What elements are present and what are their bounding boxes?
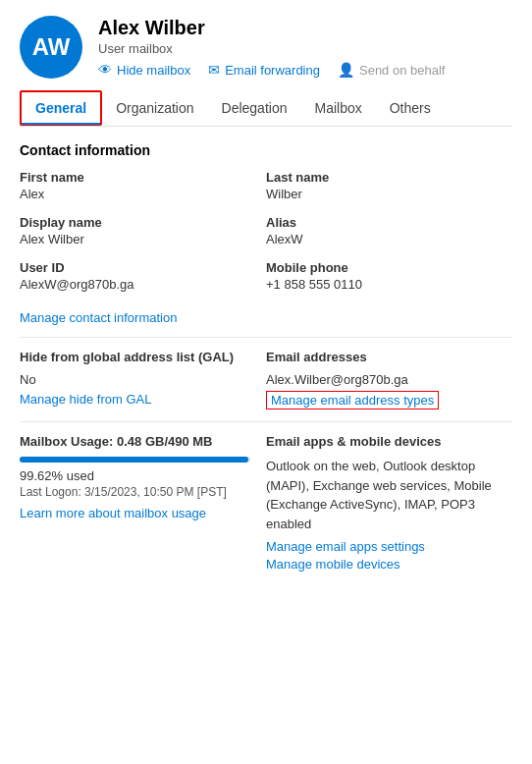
- tab-organization[interactable]: Organization: [102, 90, 207, 126]
- email-apps-col: Email apps & mobile devices Outlook on t…: [266, 434, 512, 572]
- user-header: AW Alex Wilber User mailbox 👁 Hide mailb…: [20, 16, 512, 79]
- tab-mailbox[interactable]: Mailbox: [300, 90, 375, 126]
- send-on-behalf-icon: 👤: [338, 62, 354, 78]
- hide-mailbox-icon: 👁: [98, 62, 112, 78]
- usage-bar-fill: [20, 457, 248, 463]
- divider-1: [20, 337, 512, 338]
- email-forwarding-action[interactable]: ✉ Email forwarding: [208, 62, 320, 78]
- email-addresses-label: Email addresses: [266, 350, 512, 364]
- gal-value: No: [20, 372, 250, 387]
- field-user-id: User ID AlexW@org870b.ga: [20, 260, 266, 292]
- field-display-name: Display name Alex Wilber: [20, 215, 266, 246]
- user-subtitle: User mailbox: [98, 41, 445, 56]
- manage-hide-from-gal-link[interactable]: Manage hide from GAL: [20, 392, 151, 407]
- mailbox-usage-col: Mailbox Usage: 0.48 GB/490 MB 99.62% use…: [20, 434, 266, 572]
- email-forwarding-icon: ✉: [208, 62, 220, 78]
- header-actions: 👁 Hide mailbox ✉ Email forwarding 👤 Send…: [98, 62, 445, 78]
- hide-mailbox-action[interactable]: 👁 Hide mailbox: [98, 62, 190, 78]
- avatar: AW: [20, 16, 82, 79]
- header-info: Alex Wilber User mailbox 👁 Hide mailbox …: [98, 17, 445, 78]
- contact-section-title: Contact information: [20, 142, 512, 158]
- usage-bar-bg: [20, 457, 250, 463]
- tab-general[interactable]: General: [20, 90, 102, 126]
- tab-bar: General Organization Delegation Mailbox …: [20, 90, 512, 127]
- email-apps-description: Outlook on the web, Outlook desktop (MAP…: [266, 457, 512, 533]
- contact-fields-grid: First name Alex Last name Wilber Display…: [20, 170, 512, 305]
- mailbox-email-apps-section: Mailbox Usage: 0.48 GB/490 MB 99.62% use…: [20, 434, 512, 572]
- gal-col: Hide from global address list (GAL) No M…: [20, 350, 266, 409]
- mailbox-percent: 99.62% used: [20, 468, 250, 483]
- tab-others[interactable]: Others: [376, 90, 445, 126]
- mailbox-usage-title: Mailbox Usage: 0.48 GB/490 MB: [20, 434, 250, 449]
- manage-contact-info-link[interactable]: Manage contact information: [20, 310, 177, 325]
- manage-email-address-types-link[interactable]: Manage email address types: [266, 391, 439, 409]
- email-addresses-value: Alex.Wilber@org870b.ga: [266, 372, 512, 387]
- learn-more-mailbox-link[interactable]: Learn more about mailbox usage: [20, 506, 206, 520]
- gal-label: Hide from global address list (GAL): [20, 350, 250, 364]
- field-last-name: Last name Wilber: [266, 170, 512, 201]
- tab-delegation[interactable]: Delegation: [208, 90, 301, 126]
- manage-email-apps-settings-link[interactable]: Manage email apps settings: [266, 539, 512, 554]
- user-name: Alex Wilber: [98, 17, 445, 39]
- field-first-name: First name Alex: [20, 170, 266, 201]
- contact-section: Contact information First name Alex Last…: [20, 142, 512, 325]
- email-apps-title: Email apps & mobile devices: [266, 434, 512, 449]
- email-addresses-col: Email addresses Alex.Wilber@org870b.ga M…: [266, 350, 512, 409]
- send-on-behalf-action[interactable]: 👤 Send on behalf: [338, 62, 445, 78]
- gal-email-section: Hide from global address list (GAL) No M…: [20, 350, 512, 409]
- divider-2: [20, 421, 512, 422]
- field-alias: Alias AlexW: [266, 215, 512, 246]
- mailbox-last-logon: Last Logon: 3/15/2023, 10:50 PM [PST]: [20, 485, 250, 499]
- manage-mobile-devices-link[interactable]: Manage mobile devices: [266, 557, 400, 572]
- field-mobile-phone: Mobile phone +1 858 555 0110: [266, 260, 512, 292]
